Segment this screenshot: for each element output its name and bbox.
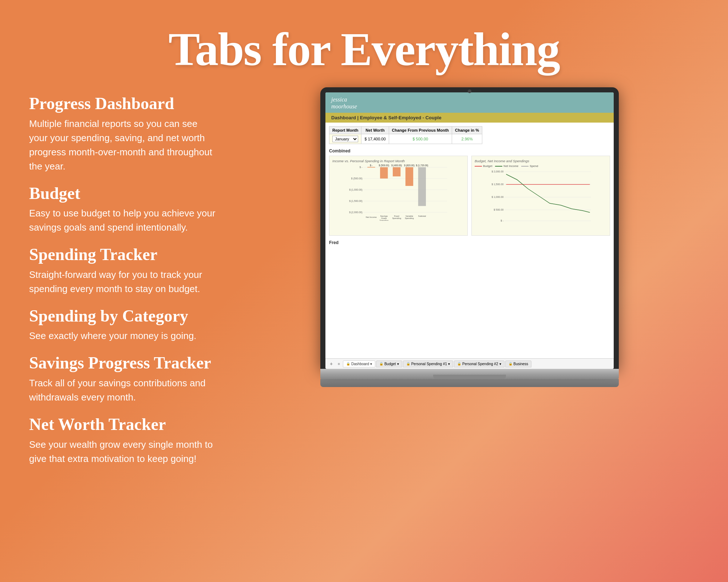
tab-dropdown-icon-3: ▾ [499,362,501,366]
change-pct-value: 2.96% [452,134,482,144]
tab-lock-icon-0: 🔒 [346,362,350,366]
feature-desc-2: Straight-forward way for you to track yo… [29,268,218,296]
col-header-pct: Change in % [452,127,482,134]
net-worth-value: $ 17,400.00 [361,134,389,144]
line-chart-area: $ 2,000.00 $ 1,500.00 $ 1,000.00 $ 500.0… [475,169,607,225]
svg-text:$ 2,000.00: $ 2,000.00 [491,170,503,173]
svg-text:Subtotal: Subtotal [418,215,426,218]
feature-title-2: Spending Tracker [29,246,218,264]
fred-section: Fred [329,240,610,245]
month-select[interactable]: January February March [332,136,358,142]
svg-text:$ -: $ - [360,166,363,168]
tab-personal-1[interactable]: 🔒 Personal Spending #1 ▾ [403,360,453,367]
feature-desc-4: Track all of your savings contributions … [29,376,218,404]
spreadsheet: jessica moorhouse Dashboard | Employee &… [325,92,614,369]
tab-label-1: Budget [384,362,396,366]
feature-desc-0: Multiple financial reports so you can se… [29,117,218,174]
tab-label-2: Personal Spending #1 [411,362,447,366]
tab-dropdown-icon-2: ▾ [448,362,450,366]
feature-title-0: Progress Dashboard [29,95,218,113]
summary-table: Report Month Net Worth Change From Previ… [329,126,482,144]
legend-netincome: Net Income [495,164,518,168]
page-title: Tabs for Everything [29,22,699,76]
feature-desc-3: See exactly where your money is going. [29,329,218,343]
bar-chart-area: $ - $ (500.00) $ (1,000.00) $ (1,500.00)… [332,164,464,221]
feature-desc-1: Easy to use budget to help you achieve y… [29,206,218,235]
svg-text:$ 500.00: $ 500.00 [494,208,503,211]
col-header-month: Report Month [329,127,361,134]
tab-label-4: Business [514,362,529,366]
svg-text:$ (2,000.00): $ (2,000.00) [349,211,362,214]
svg-text:$ -: $ - [370,164,372,167]
tab-hamburger-button[interactable]: ≡ [336,361,342,367]
tab-label-3: Personal Spending #2 [462,362,498,366]
left-column: Progress Dashboard Multiple financial re… [29,95,218,560]
col-header-change: Change From Previous Month [389,127,452,134]
feature-title-1: Budget [29,184,218,203]
feature-title-5: Net Worth Tracker [29,415,218,434]
svg-rect-22 [405,167,413,186]
legend-spend: Spend [521,164,538,168]
ss-body: Report Month Net Worth Change From Previ… [325,123,614,358]
feature-item-5: Net Worth Tracker See your wealth grow e… [29,415,218,466]
tab-lock-icon-3: 🔒 [457,362,461,366]
tab-lock-icon-4: 🔒 [509,362,513,366]
svg-text:$ (400.00): $ (400.00) [391,164,402,167]
svg-text:$ (1,720.00): $ (1,720.00) [416,164,428,167]
tab-label-0: Dashboard [351,362,369,366]
bar-chart-svg: $ - $ (500.00) $ (1,000.00) $ (1,500.00)… [332,164,464,221]
right-column: jessica moorhouse Dashboard | Employee &… [240,95,699,560]
svg-text:Spending: Spending [405,218,414,220]
svg-rect-10 [367,167,375,168]
svg-rect-18 [393,167,400,176]
line-chart-title: Budget, Net Income and Spendings [475,159,607,163]
tab-dropdown-icon: ▾ [370,362,372,366]
tab-add-button[interactable]: + [328,360,335,368]
feature-item-3: Spending by Category See exactly where y… [29,307,218,343]
svg-text:Spending: Spending [392,218,401,220]
bar-chart-title: Income vs. Personal Spending in Report M… [332,159,464,163]
svg-text:$ (500.00): $ (500.00) [351,177,363,180]
svg-text:$ (1,500.00): $ (1,500.00) [349,200,362,203]
legend-budget: Budget [475,164,492,168]
month-cell[interactable]: January February March [329,134,361,144]
tab-dropdown-icon-1: ▾ [397,362,399,366]
feature-desc-5: See your wealth grow every single month … [29,438,218,466]
ss-title-bar: Dashboard | Employee & Self-Employed - C… [325,113,614,123]
laptop-base [320,369,619,379]
content-area: Progress Dashboard Multiple financial re… [29,95,699,560]
svg-rect-13 [380,167,388,179]
tab-lock-icon-2: 🔒 [406,362,410,366]
feature-title-3: Spending by Category [29,307,218,326]
combined-label: Combined [329,148,610,154]
feature-item-1: Budget Easy to use budget to help you ac… [29,184,218,235]
laptop-bezel: jessica moorhouse Dashboard | Employee &… [320,87,619,369]
svg-text:$ (500.00): $ (500.00) [379,164,389,167]
svg-text:$ 1,500.00: $ 1,500.00 [491,183,503,186]
bar-chart-box: Income vs. Personal Spending in Report M… [329,156,468,236]
svg-text:$ (1,000.00): $ (1,000.00) [349,188,362,191]
svg-text:Spending: Spending [380,219,389,221]
laptop-foot [320,379,619,387]
chart-legend: Budget Net Income [475,164,607,168]
laptop-mockup: jessica moorhouse Dashboard | Employee &… [320,87,619,387]
svg-text:$ -: $ - [500,219,504,222]
ss-tabs: + ≡ 🔒 Dashboard ▾ 🔒 Budget [325,358,614,369]
tab-business[interactable]: 🔒 Business [505,360,532,367]
change-value: $ 500.00 [389,134,452,144]
feature-title-4: Savings Progress Tracker [29,354,218,372]
svg-rect-26 [418,167,426,206]
svg-text:Net Income: Net Income [366,216,377,219]
ss-logo: jessica moorhouse [331,96,357,110]
ss-header: jessica moorhouse [325,92,614,113]
tab-lock-icon-1: 🔒 [379,362,383,366]
laptop-screen: jessica moorhouse Dashboard | Employee &… [325,92,614,369]
feature-item-0: Progress Dashboard Multiple financial re… [29,95,218,174]
main-container: Tabs for Everything Progress Dashboard M… [0,0,728,582]
tab-dashboard[interactable]: 🔒 Dashboard ▾ [343,360,375,367]
feature-item-4: Savings Progress Tracker Track all of yo… [29,354,218,404]
feature-item-2: Spending Tracker Straight-forward way fo… [29,246,218,296]
tab-personal-2[interactable]: 🔒 Personal Spending #2 ▾ [454,360,504,367]
tab-budget[interactable]: 🔒 Budget ▾ [376,360,402,367]
charts-row: Income vs. Personal Spending in Report M… [329,156,610,236]
